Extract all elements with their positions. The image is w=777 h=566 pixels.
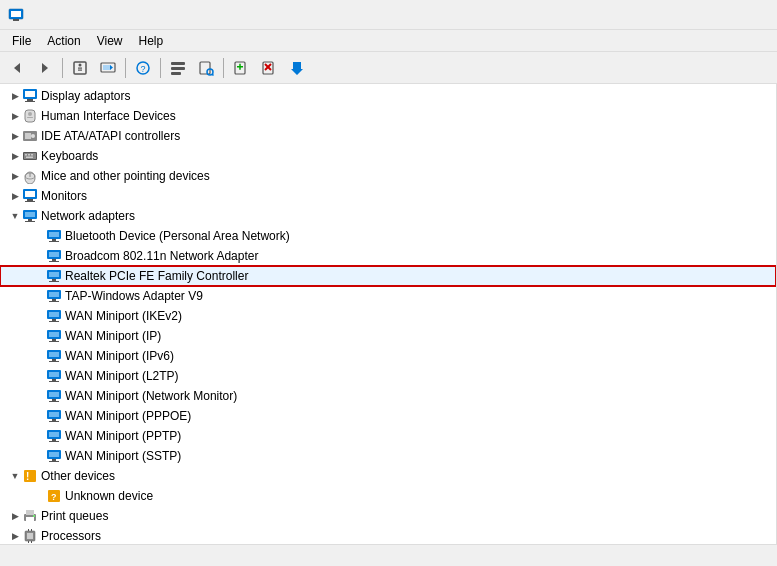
svg-marker-4 xyxy=(42,63,48,73)
close-button[interactable] xyxy=(743,6,769,24)
tree-item-unknown[interactable]: ?Unknown device xyxy=(0,486,776,506)
tree-item-print[interactable]: ▶Print queues xyxy=(0,506,776,526)
tree-item-other[interactable]: ▼!Other devices xyxy=(0,466,776,486)
tree-item-keyboards[interactable]: ▶Keyboards xyxy=(0,146,776,166)
svg-rect-47 xyxy=(25,191,35,197)
tree-item-wan-sstp[interactable]: WAN Miniport (SSTP) xyxy=(0,446,776,466)
svg-point-36 xyxy=(31,134,35,138)
forward-button[interactable] xyxy=(32,56,58,80)
add-button[interactable] xyxy=(228,56,254,80)
item-icon-print xyxy=(22,508,38,524)
svg-rect-17 xyxy=(200,62,210,74)
tree-item-display[interactable]: ▶Display adaptors xyxy=(0,86,776,106)
svg-rect-79 xyxy=(49,352,59,357)
svg-rect-38 xyxy=(24,153,36,159)
maximize-button[interactable] xyxy=(715,6,741,24)
svg-rect-83 xyxy=(49,372,59,377)
properties-button[interactable] xyxy=(67,56,93,80)
svg-rect-15 xyxy=(171,67,185,70)
tree-item-bluetooth[interactable]: Bluetooth Device (Personal Area Network) xyxy=(0,226,776,246)
tree-item-network[interactable]: ▼Network adapters xyxy=(0,206,776,226)
svg-rect-87 xyxy=(49,392,59,397)
item-label-hid: Human Interface Devices xyxy=(41,109,176,123)
title-bar xyxy=(0,0,777,30)
item-icon-broadcom xyxy=(46,248,62,264)
menu-view[interactable]: View xyxy=(89,32,131,50)
back-button[interactable] xyxy=(4,56,30,80)
title-bar-left xyxy=(8,7,30,23)
svg-rect-111 xyxy=(27,533,33,539)
remove-button[interactable] xyxy=(256,56,282,80)
scan-button[interactable] xyxy=(193,56,219,80)
svg-rect-115 xyxy=(31,541,32,543)
tree-item-realtek[interactable]: Realtek PCIe FE Family Controller xyxy=(0,266,776,286)
tree-item-tap[interactable]: TAP-Windows Adapter V9 xyxy=(0,286,776,306)
tree-item-wan-ip[interactable]: WAN Miniport (IP) xyxy=(0,326,776,346)
svg-rect-51 xyxy=(25,212,35,217)
item-icon-processors xyxy=(22,528,38,544)
svg-rect-22 xyxy=(239,63,241,69)
app-icon xyxy=(8,7,24,23)
svg-rect-2 xyxy=(13,19,19,21)
update-driver-button[interactable] xyxy=(95,56,121,80)
device-tree[interactable]: ▶Display adaptors▶Human Interface Device… xyxy=(0,84,777,544)
tree-item-processors[interactable]: ▶Processors xyxy=(0,526,776,544)
item-icon-wan-sstp xyxy=(46,448,62,464)
tree-item-wan-ikev2[interactable]: WAN Miniport (IKEv2) xyxy=(0,306,776,326)
tree-item-broadcom[interactable]: Broadcom 802.11n Network Adapter xyxy=(0,246,776,266)
svg-text:?: ? xyxy=(141,64,146,74)
svg-rect-101 xyxy=(49,461,59,462)
svg-rect-55 xyxy=(49,232,59,237)
tree-item-hid[interactable]: ▶Human Interface Devices xyxy=(0,106,776,126)
svg-marker-11 xyxy=(110,65,113,70)
svg-rect-48 xyxy=(27,199,33,201)
svg-point-32 xyxy=(28,112,32,116)
minimize-button[interactable] xyxy=(687,6,713,24)
tree-item-wan-ipv6[interactable]: WAN Miniport (IPv6) xyxy=(0,346,776,366)
svg-rect-77 xyxy=(49,341,59,342)
svg-rect-73 xyxy=(49,321,59,322)
svg-marker-3 xyxy=(14,63,20,73)
item-icon-wan-pptp xyxy=(46,428,62,444)
item-label-processors: Processors xyxy=(41,529,101,543)
svg-rect-10 xyxy=(103,65,111,70)
item-icon-network xyxy=(22,208,38,224)
toolbar-sep-2 xyxy=(125,58,126,78)
item-icon-wan-ikev2 xyxy=(46,308,62,324)
svg-rect-99 xyxy=(49,452,59,457)
menu-file[interactable]: File xyxy=(4,32,39,50)
tree-item-ide[interactable]: ▶IDE ATA/ATAPI controllers xyxy=(0,126,776,146)
item-label-wan-l2tp: WAN Miniport (L2TP) xyxy=(65,369,179,383)
menu-action[interactable]: Action xyxy=(39,32,88,50)
help-button[interactable]: ? xyxy=(130,56,156,80)
view-button[interactable] xyxy=(165,56,191,80)
status-bar xyxy=(0,544,777,566)
item-label-wan-ikev2: WAN Miniport (IKEv2) xyxy=(65,309,182,323)
item-icon-keyboards xyxy=(22,148,38,164)
item-icon-monitors xyxy=(22,188,38,204)
svg-rect-28 xyxy=(25,91,35,97)
tree-item-wan-netmon[interactable]: WAN Miniport (Network Monitor) xyxy=(0,386,776,406)
item-label-wan-ipv6: WAN Miniport (IPv6) xyxy=(65,349,174,363)
download-button[interactable] xyxy=(284,56,310,80)
item-label-wan-ip: WAN Miniport (IP) xyxy=(65,329,161,343)
svg-rect-40 xyxy=(28,154,30,156)
svg-rect-57 xyxy=(49,241,59,242)
tree-item-mice[interactable]: ▶Mice and other pointing devices xyxy=(0,166,776,186)
svg-rect-49 xyxy=(25,201,35,202)
item-label-keyboards: Keyboards xyxy=(41,149,98,163)
tree-item-monitors[interactable]: ▶Monitors xyxy=(0,186,776,206)
item-icon-wan-pppoe xyxy=(46,408,62,424)
menu-help[interactable]: Help xyxy=(131,32,172,50)
svg-rect-41 xyxy=(31,154,33,156)
svg-rect-61 xyxy=(49,261,59,262)
svg-rect-35 xyxy=(25,133,31,139)
tree-item-wan-l2tp[interactable]: WAN Miniport (L2TP) xyxy=(0,366,776,386)
main-area: ▶Display adaptors▶Human Interface Device… xyxy=(0,84,777,544)
svg-rect-91 xyxy=(49,412,59,417)
tree-item-wan-pppoe[interactable]: WAN Miniport (PPPOE) xyxy=(0,406,776,426)
tree-item-wan-pptp[interactable]: WAN Miniport (PPTP) xyxy=(0,426,776,446)
svg-rect-85 xyxy=(49,381,59,382)
svg-rect-112 xyxy=(28,529,29,531)
item-label-mice: Mice and other pointing devices xyxy=(41,169,210,183)
